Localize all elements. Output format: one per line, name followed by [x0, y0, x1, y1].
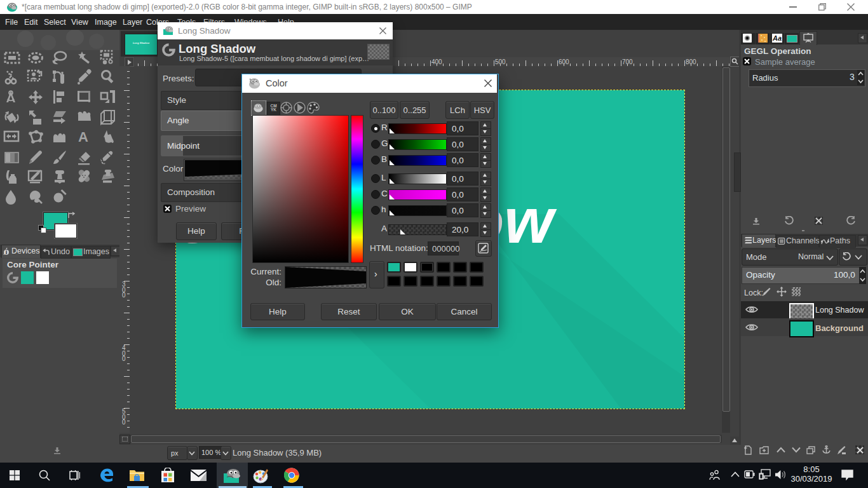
svg-text:i: i	[6, 249, 8, 255]
svg-text:A: A	[78, 129, 88, 145]
